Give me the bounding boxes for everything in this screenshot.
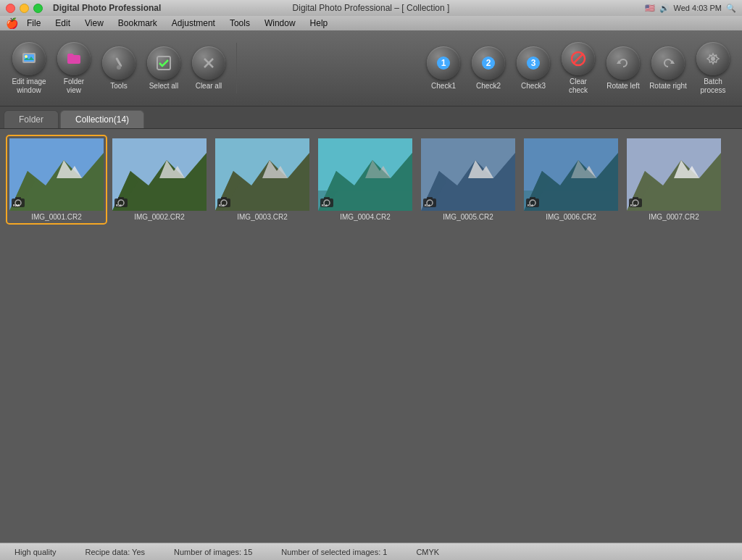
edit-image-window-button[interactable]: Edit image window: [7, 39, 51, 98]
thumb-filename: IMG_0004.CR2: [340, 213, 390, 221]
camera-icon: R+J: [320, 196, 334, 209]
rotate-right-button[interactable]: Rotate right: [646, 39, 690, 98]
svg-text:R+J: R+J: [322, 204, 327, 207]
svg-text:1: 1: [441, 58, 446, 68]
check1-button[interactable]: 1Check1: [422, 39, 465, 98]
clear-check-button[interactable]: Clear check: [556, 39, 600, 98]
menu-bookmark[interactable]: Bookmark: [112, 17, 163, 30]
rotate-left-label: Rotate left: [606, 82, 640, 91]
recipe-status: Recipe data: Yes: [85, 548, 145, 556]
window-title: Digital Photo Professional – [ Collectio…: [293, 3, 450, 13]
svg-rect-78: [633, 197, 638, 199]
minimize-button[interactable]: [20, 4, 29, 13]
thumbnail-img1[interactable]: RAW IMG_0001.CR2: [7, 136, 106, 223]
thumb-filename: IMG_0007.CR2: [649, 213, 699, 221]
menu-tools[interactable]: Tools: [224, 17, 256, 30]
camera-icon: R+J: [628, 196, 643, 209]
svg-rect-6: [157, 57, 170, 70]
svg-rect-34: [118, 197, 124, 199]
rotate-left-button[interactable]: Rotate left: [601, 39, 645, 98]
tools-button[interactable]: Tools: [97, 39, 141, 98]
menu-file[interactable]: File: [21, 17, 46, 30]
clear-check-icon: [562, 42, 595, 75]
rotate-right-icon: [651, 46, 685, 80]
titlebar-right: 🇺🇸 🔊 Wed 4:03 PM 🔍: [645, 4, 736, 13]
thumb-filename: IMG_0002.CR2: [134, 213, 184, 221]
clock: Wed 4:03 PM: [674, 4, 722, 12]
check2-button[interactable]: 2Check2: [467, 39, 510, 98]
svg-text:R+J: R+J: [528, 204, 533, 207]
tools-label: Tools: [110, 82, 127, 91]
svg-rect-42: [221, 197, 227, 199]
svg-text:R+J: R+J: [116, 204, 121, 207]
thumb-image-wrapper: RAW: [9, 138, 104, 211]
rotate-left-icon: [606, 46, 640, 80]
thumbnail-img2[interactable]: R+J IMG_0002.CR2: [110, 136, 209, 223]
zoom-button[interactable]: [33, 4, 43, 13]
thumbnail-img6[interactable]: R+J IMG_0006.CR2: [522, 136, 620, 223]
quality-status: High quality: [14, 548, 56, 556]
menu-adjustment[interactable]: Adjustment: [166, 17, 221, 30]
app-name-label: Digital Photo Professional: [53, 3, 161, 13]
menu-edit[interactable]: Edit: [49, 17, 76, 30]
svg-text:R+J: R+J: [425, 204, 430, 207]
toolbar-left: Edit image windowFolder viewToolsSelect …: [7, 39, 230, 98]
menu-view[interactable]: View: [79, 17, 109, 30]
check1-icon: 1: [427, 46, 460, 80]
titlebar: Digital Photo Professional Digital Photo…: [0, 0, 742, 16]
clear-all-label: Clear all: [196, 82, 222, 91]
svg-rect-60: [427, 197, 433, 199]
svg-point-5: [117, 65, 121, 70]
menu-window[interactable]: Window: [259, 17, 301, 30]
thumb-image-wrapper: R+J: [524, 138, 618, 211]
num-images-status: Number of images: 15: [174, 548, 252, 556]
folder-view-label: Folder view: [64, 78, 84, 95]
svg-text:R+J: R+J: [219, 204, 224, 207]
apple-menu[interactable]: 🍎: [6, 17, 18, 29]
main-content: RAW IMG_0001.CR2 R+J IMG_0002.CR2 R+J IM…: [0, 129, 742, 543]
batch-process-button[interactable]: Batch process: [691, 39, 735, 98]
camera-icon: R+J: [217, 196, 231, 209]
thumb-image-wrapper: R+J: [627, 138, 721, 211]
tab-folder[interactable]: Folder: [4, 110, 59, 128]
clear-all-button[interactable]: Clear all: [187, 39, 230, 98]
thumbnail-img4[interactable]: R+J IMG_0004.CR2: [316, 136, 414, 223]
folder-view-icon: [57, 42, 91, 75]
thumbnail-img5[interactable]: R+J IMG_0005.CR2: [419, 136, 517, 223]
menu-help[interactable]: Help: [304, 17, 334, 30]
thumbnail-img7[interactable]: R+J IMG_0007.CR2: [625, 136, 723, 223]
close-button[interactable]: [6, 4, 15, 13]
thumb-filename: IMG_0005.CR2: [443, 213, 493, 221]
colorspace-status: CMYK: [416, 548, 439, 556]
edit-image-window-icon: [12, 42, 46, 75]
folder-view-button[interactable]: Folder view: [52, 39, 96, 98]
statusbar: High quality Recipe data: Yes Number of …: [0, 543, 742, 560]
thumb-filename: IMG_0003.CR2: [237, 213, 287, 221]
titlebar-controls: Digital Photo Professional: [6, 3, 161, 13]
rotate-right-label: Rotate right: [649, 82, 687, 91]
check3-icon: 3: [517, 46, 550, 80]
edit-image-window-label: Edit image window: [12, 78, 46, 95]
clear-all-icon: [192, 46, 225, 80]
check3-button[interactable]: 3Check3: [512, 39, 555, 98]
svg-text:R+J: R+J: [630, 204, 635, 207]
tab-collection[interactable]: Collection(14): [60, 110, 144, 128]
tab-bar: FolderCollection(14): [0, 106, 742, 129]
spotlight-icon[interactable]: 🔍: [726, 4, 736, 13]
svg-rect-26: [15, 197, 21, 199]
camera-icon: R+J: [114, 196, 128, 209]
svg-text:3: 3: [531, 58, 536, 68]
select-all-icon: [147, 46, 180, 80]
thumb-image-wrapper: R+J: [112, 138, 207, 211]
thumbnail-img3[interactable]: R+J IMG_0003.CR2: [213, 136, 312, 223]
check1-label: Check1: [431, 82, 456, 91]
check2-label: Check2: [476, 82, 501, 91]
check2-icon: 2: [472, 46, 505, 80]
toolbar-divider: [236, 43, 237, 93]
thumb-image-wrapper: R+J: [318, 138, 412, 211]
toolbar: Edit image windowFolder viewToolsSelect …: [0, 30, 742, 106]
svg-rect-70: [530, 197, 535, 199]
audio-icon: 🔊: [659, 4, 670, 13]
svg-point-3: [25, 55, 28, 58]
select-all-button[interactable]: Select all: [142, 39, 186, 98]
